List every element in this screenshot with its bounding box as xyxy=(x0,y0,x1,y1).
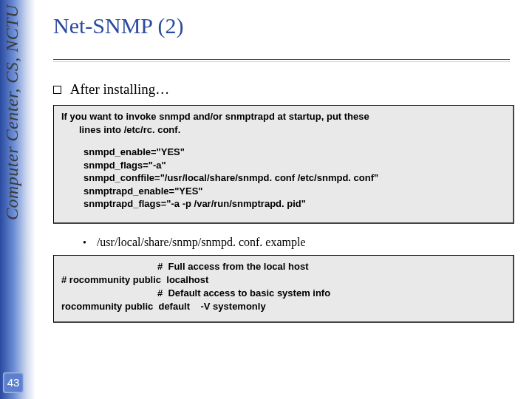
title-underline xyxy=(53,59,510,60)
note-line-2: lines into /etc/rc. conf. xyxy=(61,123,505,137)
code-line: snmptrapd_flags="-a -p /var/run/snmptrap… xyxy=(83,197,498,211)
page-number: 43 xyxy=(3,372,24,393)
code-line: snmpd_flags="-a" xyxy=(83,159,498,172)
bullet-text: After installing… xyxy=(70,81,170,97)
square-bullet-icon xyxy=(53,86,61,94)
sub-bullet-example-path: • /usr/local/share/snmp/snmpd. conf. exa… xyxy=(83,236,514,249)
snmpd-conf-example-box: # Full access from the local host # roco… xyxy=(53,255,514,323)
dot-bullet-icon: • xyxy=(83,237,86,248)
sub-bullet-text: /usr/local/share/snmp/snmpd. conf. examp… xyxy=(97,236,306,248)
content-area: After installing… If you want to invoke … xyxy=(53,81,514,323)
sidebar-org-label: Computer Center, CS, NCTU xyxy=(2,4,21,241)
code-line: snmpd_conffile="/usr/local/share/snmpd. … xyxy=(83,171,498,185)
code-line: snmptrapd_enable="YES" xyxy=(83,185,498,198)
slide: Computer Center, CS, NCTU 43 Net-SNMP (2… xyxy=(0,0,532,399)
page-title: Net-SNMP (2) xyxy=(53,13,183,38)
startup-note-box: If you want to invoke snmpd and/or snmpt… xyxy=(53,105,514,224)
note-line-1: If you want to invoke snmpd and/or snmpt… xyxy=(61,110,505,123)
rc-conf-code: snmpd_enable="YES" snmpd_flags="-a" snmp… xyxy=(61,142,505,216)
bullet-after-installing: After installing… xyxy=(53,81,514,98)
code-line: snmpd_enable="YES" xyxy=(83,146,498,159)
